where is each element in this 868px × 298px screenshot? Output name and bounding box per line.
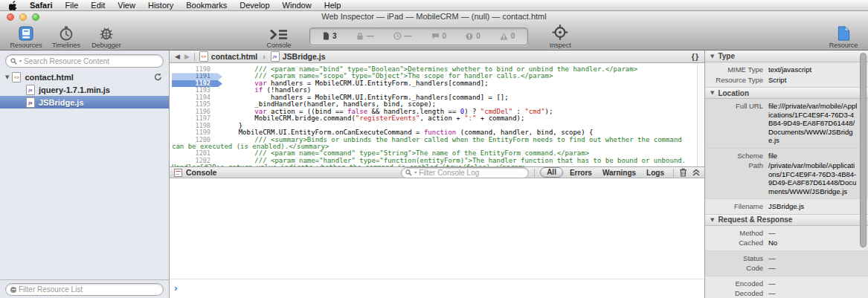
reload-icon[interactable] [154, 73, 162, 81]
console-scope-warnings[interactable]: Warnings [599, 169, 640, 177]
resource-view-button[interactable]: Resource [823, 24, 864, 49]
divider [534, 169, 535, 177]
detail-label: Code [711, 264, 763, 273]
detail-row: Path/private/var/mobile/Applications/1FC… [705, 161, 868, 196]
menu-item-view[interactable]: View [118, 0, 135, 11]
divider [194, 53, 195, 61]
section-title: Type [718, 52, 735, 60]
inspect-button[interactable]: Inspect [540, 24, 580, 49]
detail-group: SchemefilePath/private/var/mobile/Applic… [705, 148, 868, 199]
trash-icon[interactable] [679, 168, 687, 177]
dashboard-item[interactable]: 0 [490, 32, 525, 40]
debugger-button[interactable]: Debugger [86, 24, 126, 49]
dashboard-item[interactable]: — [347, 32, 384, 40]
section-header-type[interactable]: ▼Type [705, 51, 868, 62]
menu-item-develop[interactable]: Develop [239, 0, 269, 11]
menu-item-file[interactable]: File [65, 0, 79, 11]
forward-button[interactable]: ▶ [184, 53, 190, 60]
bug-icon [98, 26, 115, 41]
filter-resource-field[interactable] [5, 283, 164, 296]
apple-menu[interactable] [9, 1, 17, 10]
section-header-request-response[interactable]: ▼Request & Response [705, 214, 868, 226]
section-title: Location [718, 89, 749, 97]
detail-row: MIME Typetext/javascript [705, 65, 868, 75]
detail-value: /private/var/mobile/Applications/1FC4E9F… [768, 161, 858, 195]
detail-label: Scheme [711, 152, 763, 161]
js-file-icon [271, 51, 280, 62]
dashboard-value: — [367, 32, 374, 40]
collapse-console-icon[interactable] [692, 169, 700, 176]
console-filter-input[interactable] [419, 169, 524, 177]
detail-row: Decoded— [705, 288, 868, 298]
source-code-editor[interactable]: 1190 /// <param name="bind" type="Boolea… [170, 63, 704, 166]
menu-item-history[interactable]: History [148, 0, 173, 11]
dashboard-item[interactable]: 0 [456, 32, 490, 40]
dashboard-item[interactable]: 0 [422, 32, 457, 40]
section-title: Request & Response [718, 216, 792, 224]
console-filter-field[interactable]: ▾ [401, 167, 529, 178]
code-line: 1202 /// <param name="handler" type="fun… [172, 158, 695, 166]
detail-value: JSBridge.js [768, 202, 804, 211]
console-toolbar-label: Console [266, 42, 291, 49]
menu-item-window[interactable]: Window [283, 0, 312, 11]
console-log-area[interactable] [170, 178, 704, 279]
timelines-label: Timelines [52, 42, 80, 49]
error-icon [466, 33, 473, 40]
detail-row: Method— [705, 228, 868, 239]
line-number[interactable]: 1190 [172, 66, 222, 73]
warning-icon [500, 33, 508, 40]
window-title-bar[interactable]: Web Inspector — iPad — MobileCRM — (null… [0, 11, 868, 22]
detail-value: No [768, 239, 777, 247]
dashboard-value: 0 [511, 32, 515, 40]
detail-group: Encoded—Decoded—Transfered— [705, 276, 868, 298]
search-resource-input[interactable] [24, 57, 158, 65]
disclosure-triangle-icon[interactable]: ▼ [5, 74, 9, 80]
breadcrumb-contact-html[interactable]: contact.html [199, 51, 257, 62]
pretty-print-button[interactable]: {} [692, 52, 699, 61]
details-scrollbar-thumb[interactable] [860, 53, 867, 247]
console-prompt-chevron: › [174, 283, 178, 294]
console-input-row[interactable]: › [170, 279, 704, 298]
menu-item-help[interactable]: Help [324, 0, 341, 11]
crosshair-icon [551, 24, 569, 41]
dashboard-item[interactable]: 3 [313, 32, 347, 40]
detail-label: Resource Type [711, 76, 763, 85]
resource-item-root[interactable]: ▼ contact.html [0, 71, 169, 83]
editor-scrollbar[interactable] [697, 63, 704, 166]
detail-group: Status—Code— [705, 250, 868, 276]
section-header-location[interactable]: ▼Location [705, 87, 868, 99]
breadcrumb-jsbridge-js[interactable]: JSBridge.js [271, 51, 326, 62]
breadcrumb-label: JSBridge.js [283, 52, 326, 61]
console-scope-errors[interactable]: Errors [566, 169, 596, 177]
detail-row: Code— [705, 263, 868, 273]
detail-row: Encoded— [705, 279, 868, 289]
console-scope-all[interactable]: All [540, 167, 563, 178]
line-number[interactable]: 1191 [172, 73, 222, 80]
code-line: 1200 /// <summary>Binds or unbinds the h… [172, 137, 695, 151]
resource-item-jquery-1.7.1.min.js[interactable]: jquery-1.7.1.min.js [0, 83, 169, 96]
filter-resource-input[interactable] [19, 285, 158, 294]
detail-label: Decoded [711, 289, 763, 298]
detail-label: Full URL [711, 102, 763, 145]
menu-item-safari[interactable]: Safari [30, 0, 53, 11]
detail-value: — [768, 289, 776, 298]
detail-row: Full URLfile:///private/var/mobile/Appli… [705, 101, 868, 146]
main-area: ▾ ▼ contact.html jquery-1.7.1.min.jsJSBr… [0, 51, 868, 298]
resources-button[interactable]: Resources [6, 24, 46, 49]
console-prompt-icon [269, 28, 289, 41]
detail-value: Script [768, 76, 786, 85]
menu-item-edit[interactable]: Edit [91, 0, 105, 11]
console-collapse-icon[interactable] [174, 169, 182, 177]
menu-item-bookmarks[interactable]: Bookmarks [186, 0, 227, 11]
console-toolbar-button[interactable]: Console [259, 24, 299, 49]
inspect-label: Inspect [550, 42, 571, 49]
back-button[interactable]: ◀ [175, 53, 180, 60]
search-resource-field[interactable]: ▾ [5, 54, 164, 68]
line-number[interactable]: 1192 [172, 80, 222, 87]
detail-label: Encoded [711, 279, 763, 288]
resource-item-jsbridge.js[interactable]: JSBridge.js [0, 96, 169, 108]
console-header-bar: Console ▾ AllErrorsWarningsLogs [170, 166, 704, 178]
console-scope-logs[interactable]: Logs [643, 169, 668, 177]
dashboard-item[interactable]: — [384, 32, 422, 40]
timelines-button[interactable]: Timelines [46, 24, 86, 49]
